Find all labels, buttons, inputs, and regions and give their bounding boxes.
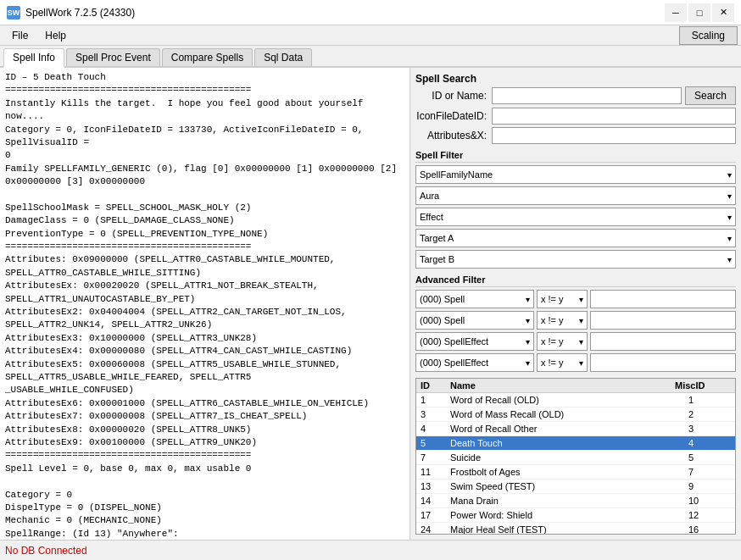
adv-value-input-1[interactable] (590, 311, 736, 330)
main-content: ID – 5 Death Touch =====================… (0, 68, 741, 540)
window-controls: ─ □ ✕ (665, 3, 734, 22)
menu-file[interactable]: File (3, 28, 36, 43)
result-id: 3 (416, 409, 446, 419)
result-id: 5 (416, 438, 446, 448)
adv-field1-dropdown-3[interactable]: (000) SpellEffect (415, 353, 534, 372)
table-row[interactable]: 3 Word of Mass Recall (OLD) 2 (416, 408, 735, 422)
table-row[interactable]: 4 Word of Recall Other 3 (416, 422, 735, 436)
left-panel: ID – 5 Death Touch =====================… (0, 68, 410, 540)
table-row[interactable]: 11 Frostbolt of Ages 7 (416, 465, 735, 480)
spell-search-section: Spell Search ID or Name: Search IconFile… (415, 73, 736, 147)
target-b-wrapper: Target B (415, 250, 736, 269)
spell-family-name-dropdown[interactable]: SpellFamilyName (415, 165, 736, 184)
adv-op-dropdown-2[interactable]: x != y (537, 332, 588, 351)
col-header-miscid: MiscID (671, 380, 722, 391)
adv-row-2: (000) SpellEffect x != y (415, 332, 736, 351)
result-id: 13 (416, 481, 446, 491)
adv-field1-dropdown-0[interactable]: (000) Spell (415, 290, 534, 308)
result-id: 11 (416, 467, 446, 477)
status-text: No DB Connected (5, 545, 87, 557)
table-row[interactable]: 7 Suicide 5 (416, 451, 735, 465)
table-row[interactable]: 5 Death Touch 4 (416, 436, 735, 451)
right-panel: Spell Search ID or Name: Search IconFile… (410, 68, 741, 540)
results-body[interactable]: 1 Word of Recall (OLD) 1 3 Word of Mass … (416, 393, 735, 534)
effect-wrapper: Effect (415, 208, 736, 226)
search-button[interactable]: Search (685, 86, 736, 105)
adv-value-input-3[interactable] (590, 353, 736, 372)
aura-dropdown[interactable]: Aura (415, 186, 736, 205)
result-miscid: 4 (684, 438, 735, 448)
col-header-name: Name (446, 380, 671, 391)
table-row[interactable]: 14 Mana Drain 10 (416, 494, 735, 508)
adv-value-input-0[interactable] (590, 290, 736, 308)
result-name: Frostbolt of Ages (446, 467, 684, 477)
title-bar: SW SpellWork 7.2.5 (24330) ─ □ ✕ (0, 0, 741, 25)
result-miscid: 12 (684, 510, 735, 520)
adv-op-dropdown-1[interactable]: x != y (537, 311, 588, 330)
result-miscid: 3 (684, 424, 735, 434)
menu-help[interactable]: Help (36, 28, 75, 43)
adv-op-wrapper-1: x != y (537, 311, 588, 330)
tab-spell-proc-event[interactable]: Spell Proc Event (66, 48, 160, 66)
close-button[interactable]: ✕ (712, 3, 734, 22)
tab-compare-spells[interactable]: Compare Spells (162, 48, 253, 66)
id-or-name-label: ID or Name: (415, 90, 492, 102)
result-name: Word of Recall Other (446, 424, 684, 434)
target-a-dropdown[interactable]: Target A (415, 229, 736, 247)
result-miscid: 16 (684, 524, 735, 534)
icon-file-data-id-input[interactable] (492, 108, 736, 125)
attributes-x-label: Attributes&X: (415, 130, 492, 141)
result-name: Swim Speed (TEST) (446, 481, 684, 491)
tab-spell-info[interactable]: Spell Info (3, 48, 64, 68)
advanced-filter-section: Advanced Filter (000) Spell x != y (415, 274, 736, 374)
result-miscid: 5 (684, 452, 735, 463)
result-id: 1 (416, 395, 446, 405)
table-row[interactable]: 24 Major Heal Self (TEST) 16 (416, 523, 735, 534)
effect-dropdown[interactable]: Effect (415, 208, 736, 226)
spell-filter-section: Spell Filter SpellFamilyName Aura (415, 150, 736, 271)
result-name: Mana Drain (446, 496, 684, 506)
table-row[interactable]: 17 Power Word: Shield 12 (416, 508, 735, 523)
minimize-button[interactable]: ─ (665, 3, 687, 22)
adv-row-0: (000) Spell x != y (415, 290, 736, 308)
menu-bar: File Help Scaling (0, 25, 741, 46)
spell-detail-text[interactable]: ID – 5 Death Touch =====================… (0, 68, 410, 540)
window-title: SpellWork 7.2.5 (24330) (25, 7, 665, 19)
result-id: 4 (416, 424, 446, 434)
adv-op-wrapper-2: x != y (537, 332, 588, 351)
table-row[interactable]: 13 Swim Speed (TEST) 9 (416, 480, 735, 494)
result-miscid: 7 (684, 467, 735, 477)
attributes-x-input[interactable] (492, 127, 736, 144)
adv-field1-wrapper-0: (000) Spell (415, 290, 534, 308)
results-header: ID Name MiscID (416, 379, 735, 393)
result-id: 24 (416, 524, 446, 534)
spell-filter-label: Spell Filter (415, 150, 736, 163)
attributes-x-row: Attributes&X: (415, 127, 736, 144)
result-miscid: 10 (684, 496, 735, 506)
id-or-name-row: ID or Name: Search (415, 86, 736, 105)
tab-sql-data[interactable]: Sql Data (254, 48, 312, 66)
result-name: Major Heal Self (TEST) (446, 524, 684, 534)
result-id: 17 (416, 510, 446, 520)
adv-row-1: (000) Spell x != y (415, 311, 736, 330)
adv-op-dropdown-3[interactable]: x != y (537, 353, 588, 372)
id-or-name-input[interactable] (492, 87, 682, 104)
result-name: Power Word: Shield (446, 510, 684, 520)
maximize-button[interactable]: □ (688, 3, 710, 22)
col-header-id: ID (416, 380, 446, 391)
target-a-row: Target A (415, 229, 736, 247)
target-b-dropdown[interactable]: Target B (415, 250, 736, 269)
icon-file-data-id-row: IconFileDateID: (415, 108, 736, 125)
adv-field1-dropdown-1[interactable]: (000) Spell (415, 311, 534, 330)
spell-family-name-wrapper: SpellFamilyName (415, 165, 736, 184)
table-row[interactable]: 1 Word of Recall (OLD) 1 (416, 393, 735, 408)
spell-family-name-row: SpellFamilyName (415, 165, 736, 184)
adv-value-input-2[interactable] (590, 332, 736, 351)
adv-field1-dropdown-2[interactable]: (000) SpellEffect (415, 332, 534, 351)
scaling-button[interactable]: Scaling (679, 26, 738, 45)
result-name: Death Touch (446, 438, 684, 448)
result-miscid: 2 (684, 409, 735, 419)
adv-op-dropdown-0[interactable]: x != y (537, 290, 588, 308)
col-scroll-spacer (722, 380, 735, 391)
adv-op-wrapper-0: x != y (537, 290, 588, 308)
